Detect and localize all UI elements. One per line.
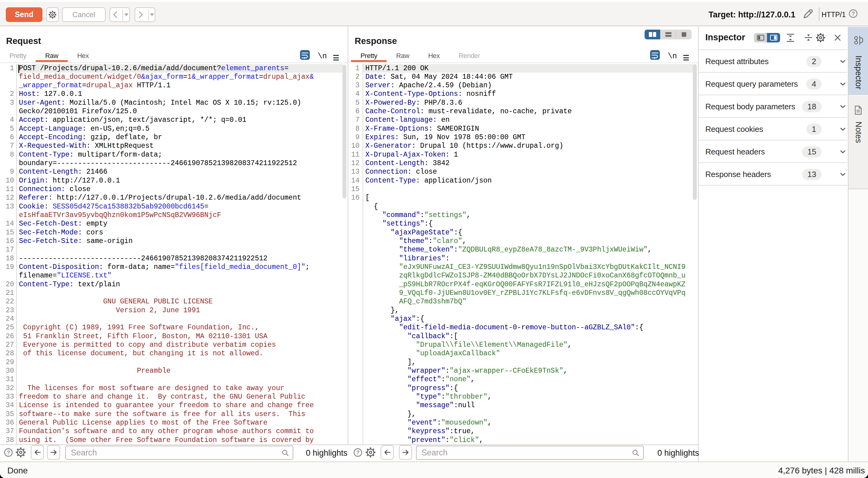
svg-text:?: ? xyxy=(7,450,10,456)
svg-text:?: ? xyxy=(356,450,360,456)
svg-text:?: ? xyxy=(851,11,855,17)
